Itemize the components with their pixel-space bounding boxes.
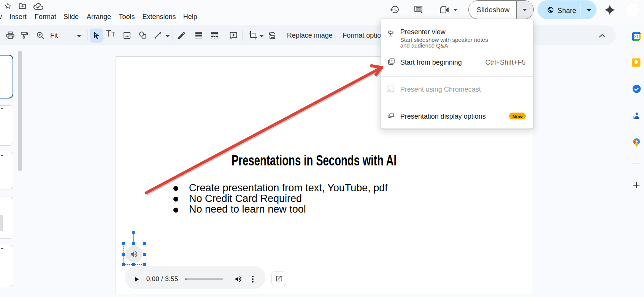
svg-text:31: 31 xyxy=(634,34,639,39)
svg-text:1: 1 xyxy=(391,59,393,63)
